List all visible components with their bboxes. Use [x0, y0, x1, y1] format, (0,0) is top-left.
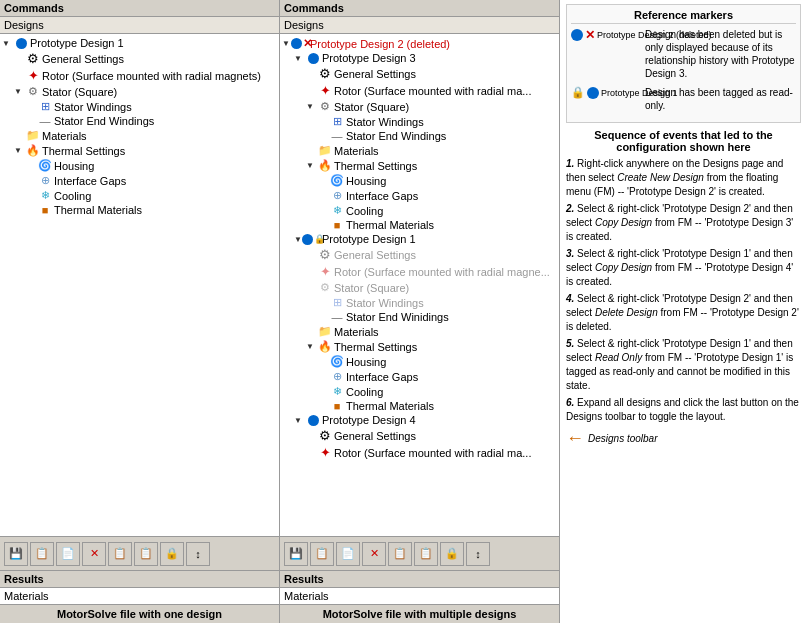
- tree-item-22[interactable]: ⊕ Interface Gaps: [282, 369, 557, 384]
- tree-item-20[interactable]: ▼ 🔥 Thermal Settings: [282, 339, 557, 354]
- left-materials: Materials: [0, 587, 279, 604]
- tb-new-mid[interactable]: 📄: [336, 542, 360, 566]
- label-5: Stator End Windings: [54, 115, 154, 127]
- tb-layout-left[interactable]: ↕: [186, 542, 210, 566]
- tree-item-5[interactable]: ⊞ Stator Windings: [282, 114, 557, 129]
- tree-item-6[interactable]: 📁 Materials: [2, 128, 277, 143]
- label-1: General Settings: [42, 53, 124, 65]
- middle-materials: Materials: [280, 587, 559, 604]
- left-tree[interactable]: ▼ Prototype Design 1 ⚙ General Settings …: [0, 34, 279, 536]
- icon-6: —: [328, 130, 346, 142]
- tree-item-12[interactable]: ■ Thermal Materials: [282, 218, 557, 232]
- tree-item-11[interactable]: ❄ Cooling: [282, 203, 557, 218]
- tree-item-2[interactable]: ⚙ General Settings: [282, 65, 557, 82]
- tree-item-14[interactable]: ⚙ General Settings: [282, 246, 557, 263]
- tree-item-10[interactable]: ⊕ Interface Gaps: [282, 188, 557, 203]
- tree-item-0[interactable]: ▼ Prototype Design 1: [2, 36, 277, 50]
- tree-item-19[interactable]: 📁 Materials: [282, 324, 557, 339]
- tree-item-26[interactable]: ⚙ General Settings: [282, 427, 557, 444]
- tb-lock-left[interactable]: 🔒: [160, 542, 184, 566]
- tb-delete-mid[interactable]: ✕: [362, 542, 386, 566]
- tree-item-25[interactable]: ▼ Prototype Design 4: [282, 413, 557, 427]
- icon-9: 🌀: [328, 174, 346, 187]
- left-header: Commands: [0, 0, 279, 17]
- tree-item-1[interactable]: ▼ Prototype Design 3: [282, 51, 557, 65]
- label-1: Prototype Design 3: [322, 52, 416, 64]
- arrow-icon: ←: [566, 428, 584, 449]
- expand-1[interactable]: ▼: [294, 54, 304, 63]
- tree-item-27[interactable]: ✦ Rotor (Surface mounted with radial ma.…: [282, 444, 557, 461]
- expand-3[interactable]: ▼: [14, 87, 24, 96]
- tree-item-18[interactable]: — Stator End Winidings: [282, 310, 557, 324]
- tree-item-9[interactable]: 🌀 Housing: [282, 173, 557, 188]
- icon-8: 🌀: [36, 159, 54, 172]
- tree-item-6[interactable]: — Stator End Windings: [282, 129, 557, 143]
- tb-paste-mid[interactable]: 📋: [388, 542, 412, 566]
- middle-tree[interactable]: ▼ ✕ Prototype Design 2 (deleted) ▼ Proto…: [280, 34, 559, 536]
- left-panel: Commands Designs ▼ Prototype Design 1 ⚙ …: [0, 0, 280, 623]
- tree-item-1[interactable]: ⚙ General Settings: [2, 50, 277, 67]
- tree-item-8[interactable]: 🌀 Housing: [2, 158, 277, 173]
- tree-item-4[interactable]: ▼ ⚙ Stator (Square): [282, 99, 557, 114]
- tree-item-0[interactable]: ▼ ✕ Prototype Design 2 (deleted): [282, 36, 557, 51]
- legend-item-deleted: ✕ Prototype Design 2 (deleted) Design ha…: [571, 28, 796, 80]
- tb-lock-mid[interactable]: 🔒: [440, 542, 464, 566]
- tb-copy2-left[interactable]: 📋: [134, 542, 158, 566]
- icon-8: 🔥: [316, 159, 334, 172]
- tb-copy-mid[interactable]: 📋: [310, 542, 334, 566]
- tree-item-9[interactable]: ⊕ Interface Gaps: [2, 173, 277, 188]
- tree-item-24[interactable]: ■ Thermal Materials: [282, 399, 557, 413]
- legend-icon-deleted: ✕ Prototype Design 2 (deleted): [571, 28, 641, 42]
- tb-save-mid[interactable]: 💾: [284, 542, 308, 566]
- icon-2: ⚙: [316, 66, 334, 81]
- label-8: Housing: [54, 160, 94, 172]
- icon-20: 🔥: [316, 340, 334, 353]
- tb-new-left[interactable]: 📄: [56, 542, 80, 566]
- tree-item-3[interactable]: ▼ ⚙ Stator (Square): [2, 84, 277, 99]
- tree-item-2[interactable]: ✦ Rotor (Surface mounted with radial mag…: [2, 67, 277, 84]
- tree-item-13[interactable]: ▼ 🔒 Prototype Design 1: [282, 232, 557, 246]
- tree-item-7[interactable]: 📁 Materials: [282, 143, 557, 158]
- sequence-steps: 1. Right-click anywhere on the Designs p…: [566, 157, 801, 424]
- left-results: Results: [0, 570, 279, 587]
- tree-item-11[interactable]: ■ Thermal Materials: [2, 203, 277, 217]
- label-13: Prototype Design 1: [322, 233, 416, 245]
- left-subheader: Designs: [0, 17, 279, 34]
- icon-15: ✦: [316, 264, 334, 279]
- tree-item-4[interactable]: ⊞ Stator Windings: [2, 99, 277, 114]
- tb-delete-left[interactable]: ✕: [82, 542, 106, 566]
- tree-item-10[interactable]: ❄ Cooling: [2, 188, 277, 203]
- expand-7[interactable]: ▼: [14, 146, 24, 155]
- tb-layout-mid[interactable]: ↕: [466, 542, 490, 566]
- expand-0[interactable]: ▼: [2, 39, 12, 48]
- label-8: Thermal Settings: [334, 160, 417, 172]
- tree-item-5[interactable]: — Stator End Windings: [2, 114, 277, 128]
- tree-item-23[interactable]: ❄ Cooling: [282, 384, 557, 399]
- arrow-label: ← Designs toolbar: [566, 428, 801, 449]
- label-7: Thermal Settings: [42, 145, 125, 157]
- icon-13: 🔒: [304, 234, 322, 245]
- icon-16: ⚙: [316, 281, 334, 294]
- expand-25[interactable]: ▼: [294, 416, 304, 425]
- tb-paste-left[interactable]: 📋: [108, 542, 132, 566]
- legend-deleted-text: Design has been deleted but is only disp…: [645, 28, 796, 80]
- tree-item-3[interactable]: ✦ Rotor (Surface mounted with radial ma.…: [282, 82, 557, 99]
- label-3: Stator (Square): [42, 86, 117, 98]
- label-23: Cooling: [346, 386, 383, 398]
- expand-20[interactable]: ▼: [306, 342, 316, 351]
- tb-save-left[interactable]: 💾: [4, 542, 28, 566]
- tb-copy2-mid[interactable]: 📋: [414, 542, 438, 566]
- icon-17: ⊞: [328, 296, 346, 309]
- tree-item-16[interactable]: ⚙ Stator (Square): [282, 280, 557, 295]
- tree-item-8[interactable]: ▼ 🔥 Thermal Settings: [282, 158, 557, 173]
- expand-4[interactable]: ▼: [306, 102, 316, 111]
- left-caption: MotorSolve file with one design: [0, 604, 279, 623]
- label-11: Cooling: [346, 205, 383, 217]
- tb-copy-left[interactable]: 📋: [30, 542, 54, 566]
- tree-item-7[interactable]: ▼ 🔥 Thermal Settings: [2, 143, 277, 158]
- expand-8[interactable]: ▼: [306, 161, 316, 170]
- legend-box: Reference markers ✕ Prototype Design 2 (…: [566, 4, 801, 123]
- tree-item-17[interactable]: ⊞ Stator Windings: [282, 295, 557, 310]
- tree-item-15[interactable]: ✦ Rotor (Surface mounted with radial mag…: [282, 263, 557, 280]
- tree-item-21[interactable]: 🌀 Housing: [282, 354, 557, 369]
